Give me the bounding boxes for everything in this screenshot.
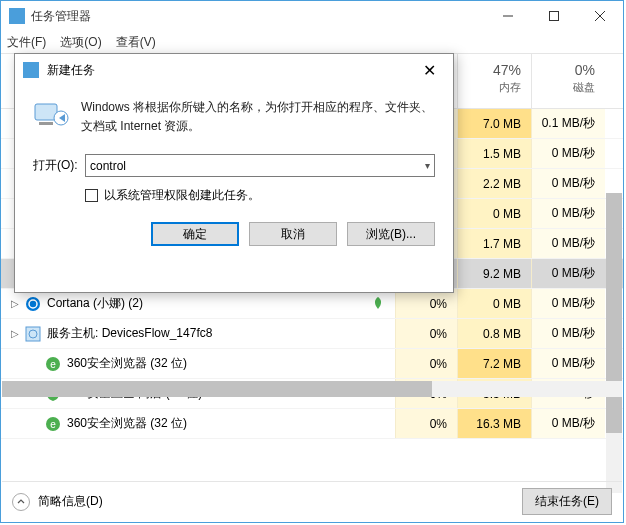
expand-details-button[interactable] bbox=[12, 493, 30, 511]
dialog-titlebar[interactable]: 新建任务 ✕ bbox=[15, 54, 453, 86]
dialog-icon bbox=[23, 62, 39, 78]
memory-cell: 2.2 MB bbox=[457, 169, 531, 198]
process-row[interactable]: e360安全浏览器 (32 位)0%7.2 MB0 MB/秒 bbox=[1, 349, 623, 379]
cancel-button[interactable]: 取消 bbox=[249, 222, 337, 246]
process-row[interactable]: ▷Cortana (小娜) (2)0%0 MB0 MB/秒 bbox=[1, 289, 623, 319]
process-icon bbox=[25, 326, 41, 342]
column-memory[interactable]: 47% 内存 bbox=[457, 54, 531, 108]
svg-text:e: e bbox=[50, 419, 56, 430]
disk-cell: 0 MB/秒 bbox=[531, 199, 605, 228]
leaf-icon bbox=[371, 296, 387, 312]
column-disk[interactable]: 0% 磁盘 bbox=[531, 54, 605, 108]
menu-view[interactable]: 查看(V) bbox=[116, 34, 156, 51]
admin-checkbox[interactable] bbox=[85, 189, 98, 202]
memory-cell: 1.5 MB bbox=[457, 139, 531, 168]
window-title: 任务管理器 bbox=[31, 8, 485, 25]
task-manager-window: 任务管理器 文件(F) 选项(O) 查看(V) 47% 内存 0% 磁盘 bbox=[0, 0, 624, 523]
footer: 简略信息(D) 结束任务(E) bbox=[2, 481, 622, 521]
process-name: 服务主机: DevicesFlow_147fc8 bbox=[47, 325, 367, 342]
browse-button[interactable]: 浏览(B)... bbox=[347, 222, 435, 246]
ok-button[interactable]: 确定 bbox=[151, 222, 239, 246]
svg-rect-13 bbox=[39, 122, 53, 125]
svg-point-4 bbox=[26, 297, 40, 311]
admin-checkbox-label: 以系统管理权限创建此任务。 bbox=[104, 187, 260, 204]
disk-cell: 0 MB/秒 bbox=[531, 289, 605, 318]
horizontal-scrollbar-thumb[interactable] bbox=[2, 381, 432, 397]
disk-cell: 0 MB/秒 bbox=[531, 259, 605, 288]
titlebar[interactable]: 任务管理器 bbox=[1, 1, 623, 31]
disk-cell: 0 MB/秒 bbox=[531, 229, 605, 258]
svg-rect-1 bbox=[550, 12, 559, 21]
process-icon: e bbox=[45, 356, 61, 372]
disk-cell: 0 MB/秒 bbox=[531, 169, 605, 198]
menu-options[interactable]: 选项(O) bbox=[60, 34, 101, 51]
process-icon: e bbox=[45, 416, 61, 432]
cpu-cell: 0% bbox=[395, 289, 457, 318]
process-row[interactable]: ▷服务主机: DevicesFlow_147fc80%0.8 MB0 MB/秒 bbox=[1, 319, 623, 349]
disk-cell: 0 MB/秒 bbox=[531, 139, 605, 168]
minimize-button[interactable] bbox=[485, 1, 531, 31]
svg-rect-6 bbox=[26, 327, 40, 341]
process-name: 360安全浏览器 (32 位) bbox=[67, 355, 367, 372]
expand-toggle[interactable]: ▷ bbox=[7, 298, 23, 309]
memory-cell: 1.7 MB bbox=[457, 229, 531, 258]
memory-cell: 7.2 MB bbox=[457, 349, 531, 378]
disk-cell: 0.1 MB/秒 bbox=[531, 109, 605, 138]
menu-file[interactable]: 文件(F) bbox=[7, 34, 46, 51]
memory-cell: 0 MB bbox=[457, 289, 531, 318]
dialog-title: 新建任务 bbox=[47, 62, 413, 79]
process-icon bbox=[25, 296, 41, 312]
memory-cell: 0.8 MB bbox=[457, 319, 531, 348]
vertical-scrollbar-thumb[interactable] bbox=[606, 193, 622, 433]
memory-cell: 0 MB bbox=[457, 199, 531, 228]
combobox-arrow-icon[interactable]: ▾ bbox=[425, 160, 430, 171]
menubar: 文件(F) 选项(O) 查看(V) bbox=[1, 31, 623, 53]
cpu-cell: 0% bbox=[395, 349, 457, 378]
end-task-button[interactable]: 结束任务(E) bbox=[522, 488, 612, 515]
process-row[interactable]: e360安全浏览器 (32 位)0%16.3 MB0 MB/秒 bbox=[1, 409, 623, 439]
process-name: Cortana (小娜) (2) bbox=[47, 295, 367, 312]
expand-toggle[interactable]: ▷ bbox=[7, 328, 23, 339]
open-input[interactable] bbox=[90, 159, 430, 173]
cpu-cell: 0% bbox=[395, 319, 457, 348]
disk-cell: 0 MB/秒 bbox=[531, 319, 605, 348]
memory-cell: 7.0 MB bbox=[457, 109, 531, 138]
cpu-cell: 0% bbox=[395, 409, 457, 438]
process-name: 360安全浏览器 (32 位) bbox=[67, 415, 367, 432]
close-button[interactable] bbox=[577, 1, 623, 31]
memory-cell: 16.3 MB bbox=[457, 409, 531, 438]
dialog-description: Windows 将根据你所键入的名称，为你打开相应的程序、文件夹、文档或 Int… bbox=[81, 98, 435, 136]
open-label: 打开(O): bbox=[33, 157, 85, 174]
app-icon bbox=[9, 8, 25, 24]
new-task-dialog: 新建任务 ✕ Windows 将根据你所键入的名称，为你打开相应的程序、文件夹、… bbox=[14, 53, 454, 293]
disk-cell: 0 MB/秒 bbox=[531, 409, 605, 438]
maximize-button[interactable] bbox=[531, 1, 577, 31]
svg-text:e: e bbox=[50, 359, 56, 370]
dialog-close-button[interactable]: ✕ bbox=[413, 61, 445, 80]
memory-cell: 9.2 MB bbox=[457, 259, 531, 288]
disk-cell: 0 MB/秒 bbox=[531, 349, 605, 378]
brief-info-label[interactable]: 简略信息(D) bbox=[38, 493, 103, 510]
run-icon bbox=[33, 98, 69, 130]
open-combobox[interactable]: ▾ bbox=[85, 154, 435, 177]
